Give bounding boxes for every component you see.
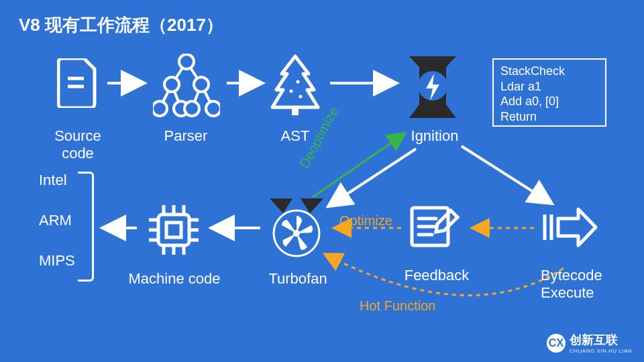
arrows-overlay [0,0,644,362]
svg-line-47 [462,146,550,202]
footer-brand-zh: 创新互联 [570,333,618,347]
optimize-annotation: Optimize [339,213,392,229]
footer-logo: CX 创新互联 CHUANG XIN HU LIAN [547,332,632,354]
hot-function-annotation: Hot Function [360,298,435,314]
footer-brand-en: CHUANG XIN HU LIAN [570,348,632,354]
footer-mark-icon: CX [547,334,566,353]
